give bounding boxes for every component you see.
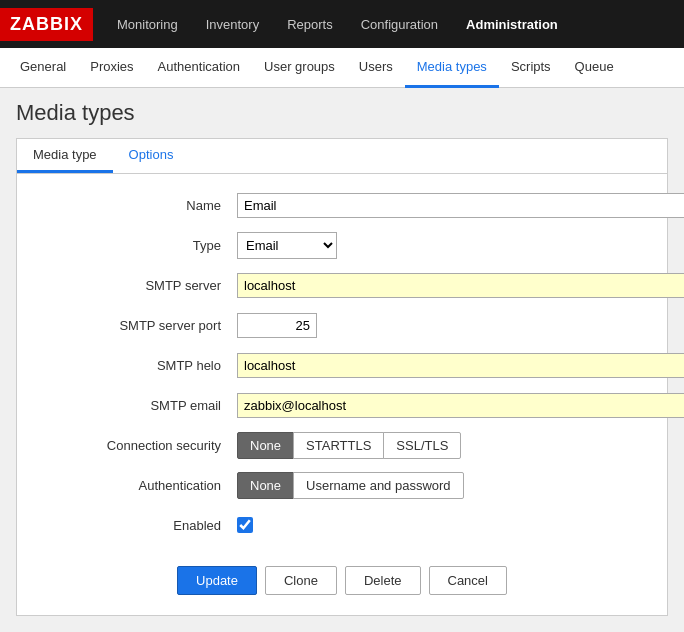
subnav-queue[interactable]: Queue <box>563 48 626 88</box>
name-input[interactable] <box>237 193 684 218</box>
enabled-field <box>237 517 647 533</box>
type-select[interactable]: Email SMS Script <box>237 232 337 259</box>
smtp-port-field <box>237 313 647 338</box>
auth-userpass-btn[interactable]: Username and password <box>293 472 464 499</box>
smtp-port-row: SMTP server port <box>37 310 647 340</box>
nav-configuration[interactable]: Configuration <box>347 0 452 48</box>
media-type-form: Name Type Email SMS Script SMTP server <box>16 173 668 616</box>
smtp-email-label: SMTP email <box>37 398 237 413</box>
type-field: Email SMS Script <box>237 232 647 259</box>
update-button[interactable]: Update <box>177 566 257 595</box>
subnav-general[interactable]: General <box>8 48 78 88</box>
type-row: Type Email SMS Script <box>37 230 647 260</box>
type-label: Type <box>37 238 237 253</box>
name-label: Name <box>37 198 237 213</box>
connection-security-label: Connection security <box>37 438 237 453</box>
clone-button[interactable]: Clone <box>265 566 337 595</box>
name-field <box>237 193 684 218</box>
smtp-helo-row: SMTP helo <box>37 350 647 380</box>
security-starttls-btn[interactable]: STARTTLS <box>293 432 384 459</box>
logo: ZABBIX <box>0 8 93 41</box>
enabled-label: Enabled <box>37 518 237 533</box>
smtp-email-row: SMTP email <box>37 390 647 420</box>
smtp-port-input[interactable] <box>237 313 317 338</box>
enabled-checkbox[interactable] <box>237 517 253 533</box>
nav-reports[interactable]: Reports <box>273 0 347 48</box>
subnav-usergroups[interactable]: User groups <box>252 48 347 88</box>
page-content: Media types Media type Options Name Type… <box>0 88 684 628</box>
action-buttons: Update Clone Delete Cancel <box>37 556 647 595</box>
smtp-port-label: SMTP server port <box>37 318 237 333</box>
connection-security-row: Connection security None STARTTLS SSL/TL… <box>37 430 647 460</box>
smtp-email-field <box>237 393 684 418</box>
form-tabs: Media type Options <box>16 138 668 173</box>
connection-security-field: None STARTTLS SSL/TLS <box>237 432 647 459</box>
subnav-proxies[interactable]: Proxies <box>78 48 145 88</box>
page-title: Media types <box>16 100 668 126</box>
security-none-btn[interactable]: None <box>237 432 294 459</box>
subnav-authentication[interactable]: Authentication <box>146 48 252 88</box>
smtp-email-input[interactable] <box>237 393 684 418</box>
smtp-server-field <box>237 273 684 298</box>
name-row: Name <box>37 190 647 220</box>
authentication-row: Authentication None Username and passwor… <box>37 470 647 500</box>
enabled-row: Enabled <box>37 510 647 540</box>
smtp-helo-field <box>237 353 684 378</box>
security-ssltls-btn[interactable]: SSL/TLS <box>383 432 461 459</box>
smtp-helo-input[interactable] <box>237 353 684 378</box>
smtp-helo-label: SMTP helo <box>37 358 237 373</box>
top-navigation: ZABBIX Monitoring Inventory Reports Conf… <box>0 0 684 48</box>
authentication-label: Authentication <box>37 478 237 493</box>
delete-button[interactable]: Delete <box>345 566 421 595</box>
sub-navigation: General Proxies Authentication User grou… <box>0 48 684 88</box>
subnav-scripts[interactable]: Scripts <box>499 48 563 88</box>
subnav-users[interactable]: Users <box>347 48 405 88</box>
tab-options[interactable]: Options <box>113 139 190 173</box>
subnav-mediatypes[interactable]: Media types <box>405 48 499 88</box>
cancel-button[interactable]: Cancel <box>429 566 507 595</box>
nav-monitoring[interactable]: Monitoring <box>103 0 192 48</box>
nav-inventory[interactable]: Inventory <box>192 0 273 48</box>
auth-none-btn[interactable]: None <box>237 472 294 499</box>
tab-mediatype[interactable]: Media type <box>17 139 113 173</box>
smtp-server-label: SMTP server <box>37 278 237 293</box>
authentication-field: None Username and password <box>237 472 647 499</box>
smtp-server-input[interactable] <box>237 273 684 298</box>
smtp-server-row: SMTP server <box>37 270 647 300</box>
nav-administration[interactable]: Administration <box>452 0 572 48</box>
